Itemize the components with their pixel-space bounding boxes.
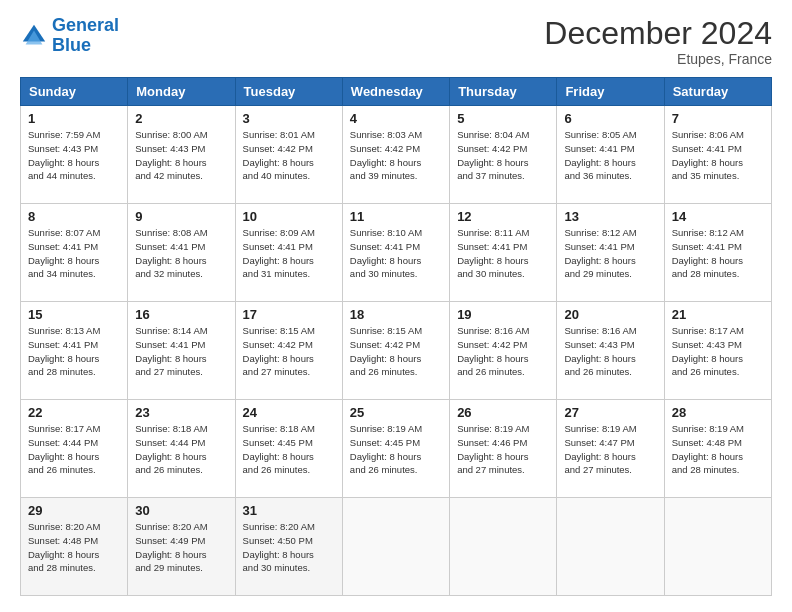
table-row: 19Sunrise: 8:16 AMSunset: 4:42 PMDayligh… (450, 302, 557, 400)
day-number: 12 (457, 209, 549, 224)
table-row: 26Sunrise: 8:19 AMSunset: 4:46 PMDayligh… (450, 400, 557, 498)
table-row: 27Sunrise: 8:19 AMSunset: 4:47 PMDayligh… (557, 400, 664, 498)
day-number: 9 (135, 209, 227, 224)
table-row: 31Sunrise: 8:20 AMSunset: 4:50 PMDayligh… (235, 498, 342, 596)
day-info: Sunrise: 8:10 AMSunset: 4:41 PMDaylight:… (350, 226, 442, 281)
table-row: 10Sunrise: 8:09 AMSunset: 4:41 PMDayligh… (235, 204, 342, 302)
table-row (450, 498, 557, 596)
day-number: 22 (28, 405, 120, 420)
day-info: Sunrise: 8:12 AMSunset: 4:41 PMDaylight:… (672, 226, 764, 281)
day-number: 3 (243, 111, 335, 126)
table-row: 1Sunrise: 7:59 AMSunset: 4:43 PMDaylight… (21, 106, 128, 204)
calendar-week-row: 8Sunrise: 8:07 AMSunset: 4:41 PMDaylight… (21, 204, 772, 302)
day-number: 18 (350, 307, 442, 322)
table-row: 30Sunrise: 8:20 AMSunset: 4:49 PMDayligh… (128, 498, 235, 596)
table-row: 3Sunrise: 8:01 AMSunset: 4:42 PMDaylight… (235, 106, 342, 204)
day-info: Sunrise: 8:12 AMSunset: 4:41 PMDaylight:… (564, 226, 656, 281)
day-info: Sunrise: 8:19 AMSunset: 4:46 PMDaylight:… (457, 422, 549, 477)
day-info: Sunrise: 8:18 AMSunset: 4:45 PMDaylight:… (243, 422, 335, 477)
col-tuesday: Tuesday (235, 78, 342, 106)
day-info: Sunrise: 8:05 AMSunset: 4:41 PMDaylight:… (564, 128, 656, 183)
day-info: Sunrise: 8:18 AMSunset: 4:44 PMDaylight:… (135, 422, 227, 477)
table-row: 17Sunrise: 8:15 AMSunset: 4:42 PMDayligh… (235, 302, 342, 400)
day-number: 14 (672, 209, 764, 224)
day-number: 7 (672, 111, 764, 126)
table-row: 11Sunrise: 8:10 AMSunset: 4:41 PMDayligh… (342, 204, 449, 302)
day-number: 26 (457, 405, 549, 420)
logo: General Blue (20, 16, 119, 56)
table-row: 9Sunrise: 8:08 AMSunset: 4:41 PMDaylight… (128, 204, 235, 302)
day-info: Sunrise: 8:14 AMSunset: 4:41 PMDaylight:… (135, 324, 227, 379)
day-number: 30 (135, 503, 227, 518)
day-number: 29 (28, 503, 120, 518)
day-info: Sunrise: 8:17 AMSunset: 4:44 PMDaylight:… (28, 422, 120, 477)
day-number: 13 (564, 209, 656, 224)
table-row: 24Sunrise: 8:18 AMSunset: 4:45 PMDayligh… (235, 400, 342, 498)
page: General Blue December 2024 Etupes, Franc… (0, 0, 792, 612)
table-row (342, 498, 449, 596)
title-block: December 2024 Etupes, France (544, 16, 772, 67)
calendar-week-row: 1Sunrise: 7:59 AMSunset: 4:43 PMDaylight… (21, 106, 772, 204)
subtitle: Etupes, France (544, 51, 772, 67)
table-row: 12Sunrise: 8:11 AMSunset: 4:41 PMDayligh… (450, 204, 557, 302)
main-title: December 2024 (544, 16, 772, 51)
table-row: 4Sunrise: 8:03 AMSunset: 4:42 PMDaylight… (342, 106, 449, 204)
calendar-week-row: 15Sunrise: 8:13 AMSunset: 4:41 PMDayligh… (21, 302, 772, 400)
table-row (557, 498, 664, 596)
table-row: 23Sunrise: 8:18 AMSunset: 4:44 PMDayligh… (128, 400, 235, 498)
logo-blue: Blue (52, 36, 119, 56)
col-friday: Friday (557, 78, 664, 106)
day-number: 27 (564, 405, 656, 420)
table-row: 21Sunrise: 8:17 AMSunset: 4:43 PMDayligh… (664, 302, 771, 400)
table-row (664, 498, 771, 596)
day-info: Sunrise: 8:19 AMSunset: 4:48 PMDaylight:… (672, 422, 764, 477)
day-info: Sunrise: 8:03 AMSunset: 4:42 PMDaylight:… (350, 128, 442, 183)
day-number: 23 (135, 405, 227, 420)
day-number: 31 (243, 503, 335, 518)
col-saturday: Saturday (664, 78, 771, 106)
day-number: 28 (672, 405, 764, 420)
day-number: 5 (457, 111, 549, 126)
day-info: Sunrise: 8:08 AMSunset: 4:41 PMDaylight:… (135, 226, 227, 281)
table-row: 6Sunrise: 8:05 AMSunset: 4:41 PMDaylight… (557, 106, 664, 204)
day-number: 4 (350, 111, 442, 126)
day-info: Sunrise: 8:15 AMSunset: 4:42 PMDaylight:… (243, 324, 335, 379)
day-info: Sunrise: 8:20 AMSunset: 4:48 PMDaylight:… (28, 520, 120, 575)
day-number: 1 (28, 111, 120, 126)
day-info: Sunrise: 8:19 AMSunset: 4:47 PMDaylight:… (564, 422, 656, 477)
day-info: Sunrise: 8:11 AMSunset: 4:41 PMDaylight:… (457, 226, 549, 281)
day-info: Sunrise: 8:16 AMSunset: 4:42 PMDaylight:… (457, 324, 549, 379)
table-row: 13Sunrise: 8:12 AMSunset: 4:41 PMDayligh… (557, 204, 664, 302)
table-row: 22Sunrise: 8:17 AMSunset: 4:44 PMDayligh… (21, 400, 128, 498)
day-number: 21 (672, 307, 764, 322)
col-monday: Monday (128, 78, 235, 106)
day-info: Sunrise: 8:16 AMSunset: 4:43 PMDaylight:… (564, 324, 656, 379)
logo-icon (20, 22, 48, 50)
calendar-header-row: Sunday Monday Tuesday Wednesday Thursday… (21, 78, 772, 106)
table-row: 16Sunrise: 8:14 AMSunset: 4:41 PMDayligh… (128, 302, 235, 400)
day-number: 25 (350, 405, 442, 420)
table-row: 5Sunrise: 8:04 AMSunset: 4:42 PMDaylight… (450, 106, 557, 204)
logo-general: General (52, 15, 119, 35)
table-row: 20Sunrise: 8:16 AMSunset: 4:43 PMDayligh… (557, 302, 664, 400)
day-number: 16 (135, 307, 227, 322)
day-number: 24 (243, 405, 335, 420)
calendar-week-row: 22Sunrise: 8:17 AMSunset: 4:44 PMDayligh… (21, 400, 772, 498)
day-info: Sunrise: 8:01 AMSunset: 4:42 PMDaylight:… (243, 128, 335, 183)
table-row: 14Sunrise: 8:12 AMSunset: 4:41 PMDayligh… (664, 204, 771, 302)
col-thursday: Thursday (450, 78, 557, 106)
day-number: 20 (564, 307, 656, 322)
calendar-table: Sunday Monday Tuesday Wednesday Thursday… (20, 77, 772, 596)
day-number: 8 (28, 209, 120, 224)
table-row: 18Sunrise: 8:15 AMSunset: 4:42 PMDayligh… (342, 302, 449, 400)
day-info: Sunrise: 8:20 AMSunset: 4:49 PMDaylight:… (135, 520, 227, 575)
table-row: 15Sunrise: 8:13 AMSunset: 4:41 PMDayligh… (21, 302, 128, 400)
day-info: Sunrise: 8:07 AMSunset: 4:41 PMDaylight:… (28, 226, 120, 281)
col-wednesday: Wednesday (342, 78, 449, 106)
day-number: 19 (457, 307, 549, 322)
table-row: 25Sunrise: 8:19 AMSunset: 4:45 PMDayligh… (342, 400, 449, 498)
day-info: Sunrise: 8:17 AMSunset: 4:43 PMDaylight:… (672, 324, 764, 379)
table-row: 29Sunrise: 8:20 AMSunset: 4:48 PMDayligh… (21, 498, 128, 596)
day-info: Sunrise: 8:09 AMSunset: 4:41 PMDaylight:… (243, 226, 335, 281)
day-info: Sunrise: 8:19 AMSunset: 4:45 PMDaylight:… (350, 422, 442, 477)
